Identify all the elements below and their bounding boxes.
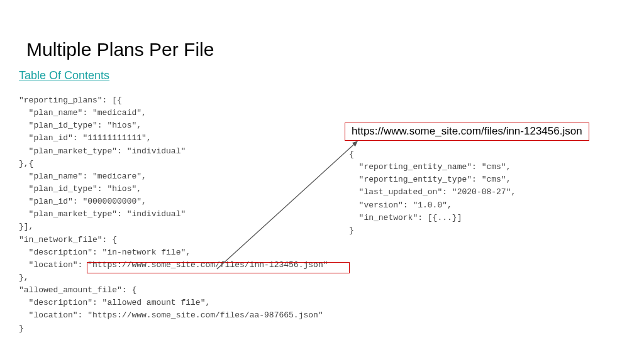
url-callout-box: https://www.some_site.com/files/inn-1234… <box>345 123 589 141</box>
slide: Multiple Plans Per File Table Of Content… <box>0 0 644 362</box>
code-block-right: { "reporting_entity_name": "cms", "repor… <box>349 148 613 237</box>
page-title: Multiple Plans Per File <box>26 39 214 60</box>
toc-link[interactable]: Table Of Contents <box>19 69 109 82</box>
code-block-left: "reporting_plans": [{ "plan_name": "medi… <box>19 94 346 335</box>
